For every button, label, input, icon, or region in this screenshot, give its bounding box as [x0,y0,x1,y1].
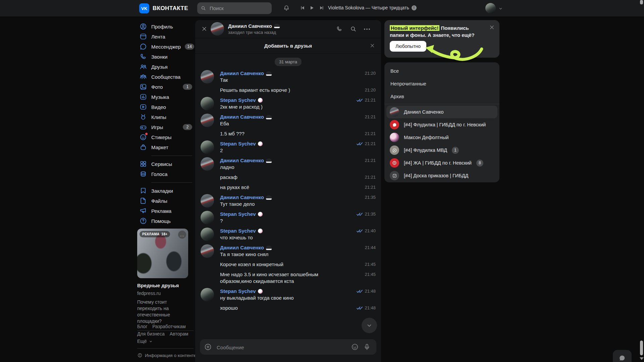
message-sender-name[interactable]: Даниил Савченко [220,157,347,164]
footer-more-link[interactable]: Ещё [137,339,204,344]
message-row[interactable]: Stepan Sychev?21:35 [201,208,376,225]
microphone-icon[interactable] [363,343,371,351]
sidebar-item-games[interactable]: Игры2 [139,122,192,132]
now-playing-track[interactable]: Violetta Sokolova — Четыре тридцать ! [328,5,417,10]
sidebar-item-bookmarks[interactable]: Закладки [139,186,192,196]
sidebar-item-music[interactable]: Музыка [139,92,192,102]
sidebar-item-stickers[interactable]: Стикеры [139,132,192,142]
message-row[interactable]: на руках всё21:21 [201,181,376,191]
message-avatar[interactable] [201,194,214,207]
scrollbar-thumb[interactable] [640,341,643,355]
close-promo-icon[interactable] [489,24,495,30]
ad-title[interactable]: Вредные друзья [137,283,188,288]
search-in-chat-icon[interactable] [350,25,357,33]
message-row[interactable]: Даниил СавченкоЕба21:21 [201,111,376,128]
message-sender-name[interactable]: Stepan Sychev [220,140,347,147]
message-sender-name[interactable]: Даниил Савченко [220,194,347,201]
message-avatar[interactable] [201,97,214,110]
dialogs-filter-1[interactable]: Непрочитанные [384,77,499,90]
message-row[interactable]: Даниил СавченкоТа я такое кино снял21:44 [201,242,376,258]
search-box[interactable] [197,2,272,14]
footer-link[interactable]: Для бизнеса [137,331,165,337]
message-avatar[interactable] [201,140,214,154]
dialog-item[interactable]: Максон Дефолтный [384,131,499,144]
sidebar-item-feed[interactable]: Лента [139,32,192,42]
message-history[interactable]: 31 марта Даниил СавченкоТак21:20Решить в… [201,54,376,331]
sidebar-item-clips[interactable]: Клипы [139,112,192,122]
ad-image[interactable]: РЕКЛАМА18+ ... [137,229,188,278]
message-row[interactable]: Решить вариант есть короче )21:20 [201,84,376,94]
profile-chevron-down-icon[interactable] [498,6,503,11]
support-chat-button[interactable] [613,350,632,362]
sidebar-item-calls[interactable]: Звонки [139,52,192,62]
message-row[interactable]: Даниил СавченкоТак21:20 [201,67,376,84]
message-avatar[interactable] [201,114,214,127]
message-row[interactable]: хорошо21:48 [201,302,376,312]
dialogs-filter-2[interactable]: Архив [384,90,499,103]
dialog-item[interactable]: [#4] Флудилка | ГИБДД по г. Невский [384,118,499,131]
attach-plus-icon[interactable] [204,343,212,351]
notifications-bell-icon[interactable] [283,4,290,12]
message-avatar[interactable] [201,228,214,241]
dialog-item[interactable]: [#4] Флудилка МВД1 [384,144,499,157]
emoji-icon[interactable] [351,343,359,351]
message-row[interactable]: Мне надо 3.5 и кино исчезает волшебным о… [201,268,376,285]
scroll-to-bottom-button[interactable] [362,318,377,333]
call-icon[interactable] [336,25,343,33]
message-row[interactable]: 1.5 мб ???21:21 [201,128,376,138]
message-sender-name[interactable]: Даниил Савченко [220,70,347,77]
scrollbar-thumb-top[interactable] [640,0,643,4]
message-avatar[interactable] [201,211,214,224]
message-row[interactable]: Даниил СавченкоТут такое дело21:35 [201,191,376,208]
close-banner-icon[interactable] [370,43,375,48]
sidebar-item-video[interactable]: Видео [139,102,192,112]
message-input[interactable] [216,339,345,355]
message-row[interactable]: Stepan Sychevчто хочешь то21:40 [201,225,376,242]
sidebar-item-groups[interactable]: Сообщества [139,72,192,82]
message-sender-name[interactable]: Stepan Sychev [220,97,347,104]
sidebar-item-votes[interactable]: Голоса [139,169,192,179]
message-sender-name[interactable]: Stepan Sychev [220,211,347,218]
player-prev-icon[interactable] [300,5,305,11]
search-input[interactable] [209,5,277,11]
message-avatar[interactable] [201,70,214,83]
ad-block[interactable]: РЕКЛАМА18+ ... Вредные друзья fedpress.r… [137,229,188,331]
message-avatar[interactable] [201,244,214,258]
ad-more-button[interactable]: ... [178,231,186,239]
message-row[interactable]: раскаф21:21 [201,171,376,181]
message-row[interactable]: Короче козел я конкретный21:45 [201,258,376,268]
scrollbar-down-arrow[interactable] [640,357,644,360]
sidebar-item-market[interactable]: Маркет [139,142,192,152]
sidebar-item-files[interactable]: Файлы [139,196,192,206]
sidebar-item-friends[interactable]: Друзья [139,62,192,72]
dialog-item[interactable]: [#4] Доска приказов | ГИБДД [384,169,499,182]
sidebar-item-services[interactable]: Сервисы [139,159,192,169]
footer-link[interactable]: Блог [137,324,147,329]
message-avatar[interactable] [201,157,214,171]
sidebar-item-photos[interactable]: Фото1 [139,82,192,92]
peer-name[interactable]: Даниил Савченко [228,23,280,29]
dialog-item[interactable]: [#4] ЖА | ГИБДД по г. Невский8 [384,157,499,169]
footer-link[interactable]: Авторам [170,331,189,337]
message-sender-name[interactable]: Stepan Sychev [220,288,347,295]
peer-avatar[interactable] [211,22,224,36]
sidebar-item-ads[interactable]: Реклама [139,206,192,216]
more-options-icon[interactable] [364,28,370,30]
message-row[interactable]: Даниил Савченколадно21:21 [201,155,376,171]
close-conversation-icon[interactable] [201,26,207,32]
curious-button[interactable]: Любопытно [390,41,426,52]
message-row[interactable]: Stepan Sychev221:21 [201,138,376,155]
message-avatar[interactable] [201,288,214,301]
sidebar-item-messenger[interactable]: Мессенджер14 [139,42,192,52]
message-sender-name[interactable]: Даниил Савченко [220,114,347,120]
content-info-link[interactable]: Информация о контенте [137,353,204,358]
message-row[interactable]: Stepan Sychev2кк мне и расход )21:21 [201,94,376,111]
sidebar-item-profile[interactable]: Профиль [139,21,192,32]
player-play-icon[interactable] [309,5,315,11]
dialog-item[interactable]: Даниил Савченко [386,106,497,118]
footer-link[interactable]: Разработчикам [152,324,185,329]
ad-domain[interactable]: fedpress.ru [137,291,188,296]
message-row[interactable]: Stepan Sychevну выкладывай тогда свое ки… [201,285,376,302]
message-sender-name[interactable]: Даниил Савченко [220,244,347,251]
profile-avatar[interactable] [485,3,496,13]
